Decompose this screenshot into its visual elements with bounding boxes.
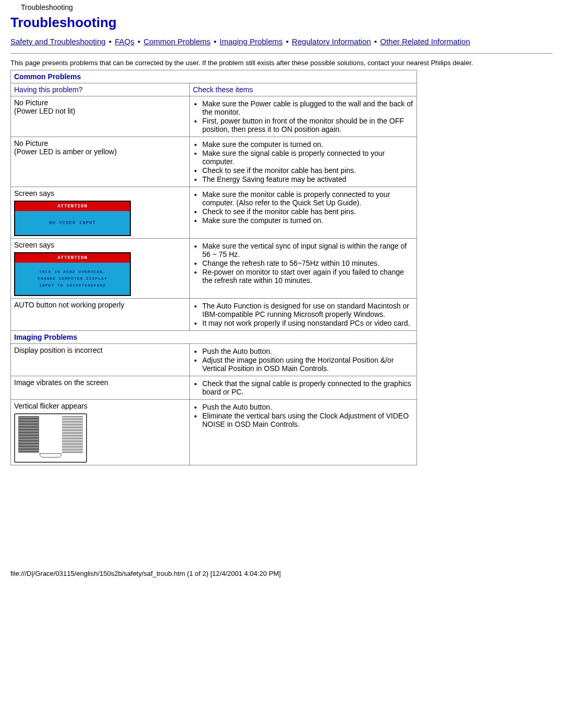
check-cell: Check that the signal cable is properly …: [190, 376, 417, 400]
section-common-problems: Common Problems: [11, 70, 417, 83]
col-header-problem: Having this problem?: [11, 83, 190, 96]
list-item: Adjust the image position using the Hori…: [202, 356, 413, 373]
osd-body: NO VIDEO INPUT: [15, 211, 130, 235]
problem-cell: AUTO button not working properly: [11, 299, 190, 331]
table-row: Screen says ATTENTION NO VIDEO INPUT Mak…: [11, 187, 417, 239]
osd-attention: ATTENTION: [15, 253, 130, 263]
table-row: Common Problems: [11, 70, 417, 83]
nav-imaging[interactable]: Imaging Problems: [219, 37, 283, 46]
list-item: Make sure the vertical sync of input sig…: [202, 242, 413, 258]
list-item: Make sure the signal cable is properly c…: [202, 149, 413, 166]
list-item: It may not work properly if using nonsta…: [202, 319, 413, 327]
table-row: Imaging Problems: [11, 331, 417, 344]
table-row: Having this problem? Check these items: [11, 83, 417, 96]
nav-sep: •: [137, 37, 141, 46]
nav-faqs[interactable]: FAQs: [115, 37, 134, 46]
flicker-bar: [62, 416, 83, 453]
list-item: Push the Auto button.: [202, 347, 413, 355]
list-item: The Auto Function is designed for use on…: [202, 302, 413, 318]
problem-cell: Vertical flicker appears: [11, 400, 190, 465]
osd-overscan: ATTENTION THIS IS 85HZ OVERSCAN, CHANGE …: [14, 252, 131, 296]
list-item: The Energy Saving feature may be activat…: [202, 175, 413, 183]
troubleshooting-table: Common Problems Having this problem? Che…: [10, 70, 417, 465]
nav-regulatory[interactable]: Regulatory Information: [292, 37, 371, 46]
table-row: AUTO button not working properly The Aut…: [11, 299, 417, 331]
check-cell: Make sure the computer is turned on. Mak…: [190, 137, 417, 187]
problem-text: (Power LED not lit): [14, 107, 186, 115]
osd-body: THIS IS 85HZ OVERSCAN, CHANGE COMPUTER D…: [15, 263, 130, 295]
list-item: Re-power on monitor to start over again …: [202, 268, 413, 285]
check-cell: Make sure the Power cable is plugged to …: [190, 96, 417, 137]
list-item: Check to see if the monitor cable has be…: [202, 166, 413, 175]
nav-safety[interactable]: Safety and Troubleshooting: [10, 37, 106, 46]
nav-links: Safety and Troubleshooting • FAQs • Comm…: [10, 37, 553, 46]
problem-cell: Image vibrates on the screen: [11, 376, 190, 400]
flicker-bar: [18, 416, 39, 453]
problem-text: Vertical flicker appears: [14, 402, 186, 410]
list-item: Make sure the computer is turned on.: [202, 216, 413, 225]
osd-no-video: ATTENTION NO VIDEO INPUT: [14, 201, 131, 236]
list-item: Eliminate the vertical bars using the Cl…: [202, 412, 413, 428]
problem-cell: Display position is incorrect: [11, 344, 190, 376]
footer-path: file:///D|/Grace/03115/english/150s2b/sa…: [10, 570, 553, 583]
problem-text: No Picture: [14, 98, 186, 107]
col-header-check: Check these items: [190, 83, 417, 96]
osd-attention: ATTENTION: [15, 202, 130, 211]
problem-text: Screen says: [14, 241, 186, 249]
nav-common[interactable]: Common Problems: [143, 37, 210, 46]
problem-cell: No Picture (Power LED is amber or yellow…: [11, 137, 190, 187]
section-imaging-problems: Imaging Problems: [11, 331, 417, 344]
problem-text: No Picture: [14, 139, 186, 147]
nav-sep: •: [285, 37, 289, 46]
table-row: No Picture (Power LED is amber or yellow…: [11, 137, 417, 187]
table-row: Display position is incorrect Push the A…: [11, 344, 417, 376]
vertical-flicker-icon: [14, 413, 87, 463]
check-cell: Push the Auto button. Eliminate the vert…: [190, 400, 417, 465]
check-cell: The Auto Function is designed for use on…: [190, 299, 417, 331]
problem-cell: Screen says ATTENTION THIS IS 85HZ OVERS…: [11, 239, 190, 299]
header-small: Troubleshooting: [10, 0, 553, 13]
page-title: Troubleshooting: [10, 15, 553, 31]
table-row: Vertical flicker appears Push the Auto b…: [11, 400, 417, 465]
list-item: Check to see if the monitor cable has be…: [202, 207, 413, 216]
nav-sep: •: [108, 37, 113, 46]
nav-other[interactable]: Other Related Information: [380, 37, 470, 46]
problem-cell: No Picture (Power LED not lit): [11, 96, 190, 137]
table-row: No Picture (Power LED not lit) Make sure…: [11, 96, 417, 137]
list-item: Push the Auto button.: [202, 403, 413, 411]
monitor-stand-icon: [40, 453, 62, 458]
nav-sep: •: [213, 37, 217, 46]
problem-text: Screen says: [14, 189, 186, 198]
check-cell: Make sure the vertical sync of input sig…: [190, 239, 417, 299]
divider: [10, 53, 553, 54]
table-row: Screen says ATTENTION THIS IS 85HZ OVERS…: [11, 239, 417, 299]
check-cell: Push the Auto button. Adjust the image p…: [190, 344, 417, 376]
list-item: Check that the signal cable is properly …: [202, 379, 413, 396]
osd-line: INPUT TO 1024X768@60HZ: [17, 282, 128, 289]
list-item: First, power button in front of the moni…: [202, 117, 413, 133]
osd-line: CHANGE COMPUTER DISPLAY: [17, 276, 128, 282]
problem-cell: Screen says ATTENTION NO VIDEO INPUT: [11, 187, 190, 239]
list-item: Make sure the monitor cable is properly …: [202, 190, 413, 207]
osd-line: THIS IS 85HZ OVERSCAN,: [17, 269, 128, 276]
list-item: Change the refresh rate to 56~75Hz withi…: [202, 259, 413, 267]
list-item: Make sure the Power cable is plugged to …: [202, 100, 413, 116]
intro-text: This page presents problems that can be …: [10, 59, 553, 67]
problem-text: (Power LED is amber or yellow): [14, 147, 186, 156]
table-row: Image vibrates on the screen Check that …: [11, 376, 417, 400]
check-cell: Make sure the monitor cable is properly …: [190, 187, 417, 239]
list-item: Make sure the computer is turned on.: [202, 140, 413, 149]
nav-sep: •: [373, 37, 378, 46]
